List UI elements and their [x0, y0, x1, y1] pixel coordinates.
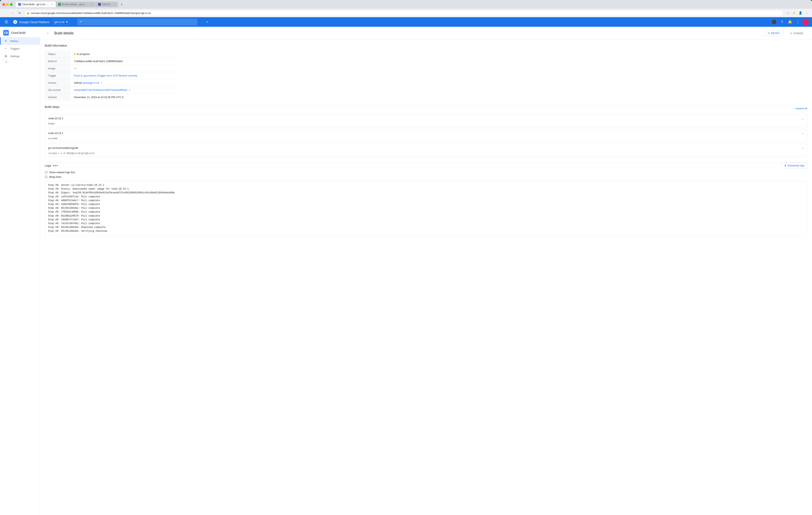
table-row: Git commit fc5be44f6373a7204fd2a47af5070… [45, 87, 181, 94]
log-option-newest-first[interactable]: ☑ Show newest logs first [45, 171, 807, 174]
browser-window: Cloud Build - git-ci-cd - Google... × Bu… [0, 0, 812, 515]
log-line: Step #0: 34d8874714d7: Pull complete [48, 218, 804, 222]
search-bar[interactable]: 🔍 [77, 19, 197, 25]
field-value-source: GitHub ajonp/git-ci-cd ↗ [71, 79, 181, 87]
search-expand-button[interactable]: ▼ [204, 20, 210, 24]
chevron-down-icon-2: ⌄ [802, 131, 804, 134]
logs-header: Logs ⬇ Download logs [45, 162, 807, 169]
logs-title: Logs [45, 164, 51, 167]
field-value-trigger: Push to gcp branch (Trigger from GCP Bra… [71, 72, 181, 79]
cloud-shell-button[interactable]: ⬛ [771, 19, 778, 26]
back-nav-button[interactable]: ← [2, 10, 8, 16]
field-value-image: — [71, 65, 181, 72]
step-card-2: node:10.15.1 ⌄ run build [45, 129, 807, 142]
build-steps-title: Build steps [45, 105, 59, 109]
field-key-git-commit: Git commit [45, 87, 71, 94]
log-options: ☑ Show newest logs first ☑ Wrap lines [45, 171, 807, 179]
user-avatar[interactable] [803, 19, 809, 25]
step-subtitle-3: -m rsync -r -c -d ./dist/git-ci-cd/ gs:/… [45, 152, 807, 157]
step-header-1[interactable]: node:10.15.1 ⌄ [45, 114, 807, 122]
google-cloud-logo-icon: G [13, 20, 18, 24]
tab-close-bucket[interactable]: × [90, 3, 93, 6]
top-nav: ☰ G Google Cloud Platform git-ci-cd ▼ 🔍 … [0, 17, 812, 27]
browser-titlebar: Cloud Build - git-ci-cd - Google... × Bu… [0, 0, 812, 9]
chevron-down-icon-1: ⌄ [802, 117, 804, 120]
logs-section: Logs ⬇ Download logs [40, 162, 812, 240]
field-key-build-id: Build id [45, 58, 71, 65]
sidebar-app-name: Cloud Build [11, 31, 26, 34]
search-icon: 🔍 [80, 21, 83, 24]
main-layout: CB Cloud Build ≡ History ↔ Triggers ⚙ Se… [0, 27, 812, 515]
settings-icon: ⚙ [4, 54, 8, 58]
tab-favicon-bucket [58, 3, 61, 6]
download-logs-button[interactable]: ⬇ Download logs [782, 162, 807, 169]
extensions-button[interactable]: ⚡ [791, 10, 797, 16]
new-tab-button[interactable]: + [119, 2, 124, 7]
tab-close-cloud-build[interactable]: × [51, 3, 53, 6]
expand-all-button[interactable]: expand all [795, 107, 807, 110]
sidebar-item-settings[interactable]: ⚙ Settings [0, 52, 40, 60]
source-link[interactable]: ajonp/git-ci-cd [83, 81, 99, 84]
step-name-3: gcr.io/cloud-builders/gsutil [48, 146, 802, 149]
tab-close-git[interactable]: × [113, 3, 116, 6]
sidebar-collapse-button[interactable]: ◁ [3, 59, 8, 64]
tab-label-cloud-build: Cloud Build - git-ci-cd - Google... [22, 3, 49, 6]
tab-gitcicd[interactable]: GitCiCd × [96, 2, 118, 7]
log-line: Step #0: a36b708560f8: Pull complete [48, 203, 804, 206]
cancel-button[interactable]: ✕ CANCEL [786, 30, 807, 36]
log-option-wrap-lines[interactable]: ☑ Wrap lines [45, 175, 807, 179]
field-key-trigger: Trigger [45, 72, 71, 79]
notifications-button[interactable]: 🔔 [786, 19, 793, 26]
external-link-icon: ↗ [100, 82, 102, 84]
loading-dot-3 [57, 165, 58, 166]
log-line: Step #0: 4090f912e6c7: Pull complete [48, 199, 804, 203]
retry-label: RETRY [771, 32, 780, 35]
more-options-button[interactable]: ⋮ [794, 19, 802, 26]
build-info-title: Build information [45, 44, 807, 47]
brand-logo: G Google Cloud Platform [13, 20, 50, 24]
brand-name: Google Cloud Platform [19, 20, 50, 24]
sidebar-item-history[interactable]: ≡ History [0, 37, 40, 45]
help-button[interactable]: ? [778, 19, 786, 26]
log-line: Step #0: 65c95cb8b3be: Pull complete [48, 206, 804, 210]
step-header-3[interactable]: gcr.io/cloud-builders/gsutil ⌄ [45, 144, 807, 152]
sidebar-item-triggers[interactable]: ↔ Triggers [0, 45, 40, 52]
log-line: Step #0: 7f0334c36886: Pull complete [48, 210, 804, 214]
sidebar-label-triggers: Triggers [10, 47, 20, 50]
download-icon: ⬇ [784, 164, 786, 167]
traffic-lights [2, 3, 12, 6]
reload-button[interactable]: ↻ [17, 10, 22, 16]
close-traffic-light[interactable] [2, 3, 5, 6]
project-selector[interactable]: git-ci-cd ▼ [53, 19, 70, 25]
retry-button[interactable]: ↺ RETRY [764, 30, 783, 36]
tab-favicon-cloud [18, 3, 21, 6]
minimize-traffic-light[interactable] [6, 3, 9, 6]
step-name-1: node:10.15.1 [48, 117, 802, 120]
triggers-icon: ↔ [4, 47, 8, 50]
sidebar-label-history: History [10, 39, 18, 42]
bookmark-button[interactable]: ☆ [785, 10, 790, 16]
tab-bucket[interactable]: Bucket details - git-ci-cd - Goo... × [56, 2, 96, 7]
main-content: ← Build details ↺ RETRY ✕ CANCEL Build i… [40, 27, 812, 515]
log-line: Step #0: 65c95cb8b3be: Download complete [48, 225, 804, 229]
log-line: Step #0: Digest: sha256:91d4f8b1d5094d41… [48, 191, 804, 195]
step-header-2[interactable]: node:10.15.1 ⌄ [45, 129, 807, 137]
log-line: Step #0: docker.io/library/node:10.15.1 [48, 183, 804, 187]
forward-nav-button[interactable]: → [9, 10, 15, 16]
address-bar[interactable]: 🔒 console.cloud.google.com/cloud-build/b… [24, 10, 783, 16]
field-key-image: Image [45, 65, 71, 72]
retry-icon: ↺ [767, 32, 770, 35]
page-title: Build details [54, 31, 761, 35]
trigger-link[interactable]: Push to gcp branch (Trigger from GCP Bra… [74, 74, 137, 77]
profile-button[interactable]: 👤 [798, 10, 803, 16]
hamburger-menu-button[interactable]: ☰ [3, 19, 9, 25]
tab-cloud-build[interactable]: Cloud Build - git-ci-cd - Google... × [16, 2, 56, 7]
git-commit-link[interactable]: fc5be44f6373a7204fd2a47af50704d36eff80e4 [74, 89, 127, 91]
back-button[interactable]: ← [45, 30, 51, 36]
cancel-icon: ✕ [790, 32, 792, 35]
cloud-build-logo: CB [3, 30, 9, 36]
lock-icon: 🔒 [27, 11, 30, 14]
maximize-traffic-light[interactable] [10, 3, 12, 6]
expand-icon: ▼ [206, 21, 208, 23]
settings-menu-button[interactable]: ⋮ [804, 10, 810, 16]
